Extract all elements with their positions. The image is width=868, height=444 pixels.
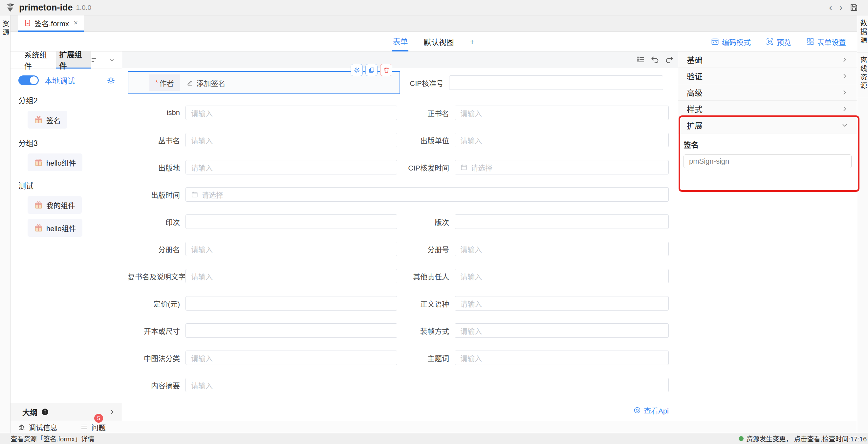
- component-groups: 分组2签名分组3hello组件测试我的组件hello组件: [10, 95, 122, 237]
- debug-settings-gear-icon[interactable]: [107, 76, 115, 84]
- local-debug-label: 本地调试: [45, 75, 75, 86]
- api-eye-icon: [633, 407, 641, 414]
- status-green-dot-icon: [739, 436, 744, 441]
- info-icon: [41, 408, 49, 415]
- code-mode-button[interactable]: 编码模式: [711, 36, 751, 47]
- status-change-notice[interactable]: 资源发生变更， 点击查看,检查时间:17:16: [739, 434, 867, 443]
- nav-back-icon[interactable]: ‹: [829, 3, 832, 12]
- tab-extension-components[interactable]: 扩展组件: [56, 52, 91, 69]
- field-delete-button[interactable]: [380, 64, 392, 76]
- component-group-label: 分组3: [19, 137, 122, 148]
- input-placeholder: 请输入: [191, 271, 213, 281]
- inspector-section-1[interactable]: 验证: [678, 68, 857, 84]
- input-placeholder: 请输入: [460, 298, 482, 309]
- outline-tree-icon[interactable]: [637, 56, 645, 64]
- inspector-section-0[interactable]: 基础: [678, 52, 857, 68]
- debug-info-button[interactable]: 调试信息: [18, 422, 57, 432]
- form-settings-button[interactable]: 表单设置: [806, 36, 846, 47]
- save-icon[interactable]: [849, 3, 858, 12]
- text-input[interactable]: 请输入: [185, 160, 397, 174]
- undo-icon[interactable]: [650, 55, 659, 64]
- field-label: 定价(元): [128, 298, 185, 309]
- collapse-panel-icon[interactable]: [108, 57, 115, 63]
- view-api-link[interactable]: 查看Api: [128, 405, 669, 415]
- text-input[interactable]: 请输入: [185, 350, 397, 365]
- form-rows: isbn请输入正书名请输入丛书名请输入出版单位请输入出版地请输入CIP核发时间请…: [128, 106, 678, 392]
- file-tab-close-icon[interactable]: ×: [73, 19, 78, 27]
- local-debug-toggle[interactable]: [19, 75, 39, 85]
- right-edge-strip: 数据源 离线资源: [857, 15, 868, 433]
- inspector-sections: 基础验证高级样式扩展: [678, 52, 857, 133]
- component-list-icon[interactable]: [91, 57, 97, 63]
- add-view-button[interactable]: +: [469, 32, 475, 52]
- issues-label: 问题: [91, 422, 106, 432]
- date-input[interactable]: 请选择: [185, 187, 669, 202]
- trash-icon: [383, 67, 390, 73]
- component-chip[interactable]: hello组件: [28, 219, 83, 237]
- text-input[interactable]: 请输入: [185, 269, 397, 283]
- preview-button[interactable]: 预览: [766, 36, 791, 47]
- field-label: CIP核准号: [400, 77, 449, 88]
- text-input[interactable]: [449, 75, 663, 90]
- inspector-section-3[interactable]: 样式: [678, 101, 857, 117]
- inspector-section-2[interactable]: 高级: [678, 84, 857, 101]
- resources-vertical-tab[interactable]: 资源: [0, 20, 10, 37]
- form-canvas: * 作者 添加签名 CIP核准号: [122, 52, 678, 421]
- text-input[interactable]: 请输入: [185, 378, 669, 392]
- signature-widget[interactable]: 添加签名: [186, 77, 225, 88]
- file-tab[interactable]: 签名.formx ×: [18, 15, 84, 32]
- text-input[interactable]: 请输入: [455, 133, 669, 147]
- sidebar-tabs: 系统组件 扩展组件: [10, 52, 122, 69]
- field-label: 中图法分类: [128, 352, 185, 363]
- input-placeholder: 请输入: [460, 244, 482, 254]
- field-copy-button[interactable]: [365, 64, 377, 76]
- status-resource-link[interactable]: 查看资源「签名.formx」详情: [10, 434, 95, 443]
- gear-icon: [353, 67, 360, 73]
- pen-icon: [186, 79, 193, 86]
- form-row: 丛书名请输入出版单位请输入: [128, 133, 678, 147]
- text-input[interactable]: 请输入: [455, 269, 669, 283]
- outline-expand-icon[interactable]: [108, 409, 115, 415]
- text-input[interactable]: 请输入: [455, 350, 669, 365]
- component-chip[interactable]: hello组件: [28, 153, 83, 171]
- text-input[interactable]: [185, 323, 397, 338]
- field-settings-button[interactable]: [351, 64, 363, 76]
- text-input[interactable]: 请输入: [185, 133, 397, 147]
- chevron-down-icon: [841, 122, 848, 129]
- datasource-vertical-tab[interactable]: 数据源: [857, 19, 868, 53]
- issues-button[interactable]: 问题 5: [81, 422, 106, 432]
- signature-property-value: pmSign-sign: [689, 157, 729, 166]
- author-label-text: 作者: [160, 77, 174, 88]
- text-input[interactable]: [185, 296, 397, 311]
- text-input[interactable]: 请输入: [455, 323, 669, 338]
- selected-author-field[interactable]: * 作者 添加签名: [128, 71, 400, 94]
- chevron-right-icon: [841, 72, 848, 80]
- redo-icon[interactable]: [665, 55, 674, 64]
- inspector-section-label: 高级: [687, 87, 703, 98]
- offline-resources-vertical-tab[interactable]: 离线资源: [857, 57, 868, 98]
- app-logo-icon: [5, 3, 15, 12]
- tab-form[interactable]: 表单: [392, 32, 408, 52]
- field-label: 其他责任人: [397, 271, 455, 281]
- status-bar: 查看资源「签名.formx」详情 资源发生变更， 点击查看,检查时间:17:16: [0, 433, 868, 444]
- text-input[interactable]: 请输入: [455, 106, 669, 120]
- outline-row[interactable]: 大纲: [10, 403, 122, 421]
- component-chip[interactable]: 签名: [28, 111, 67, 129]
- text-input[interactable]: [185, 214, 397, 229]
- form-row: * 作者 添加签名 CIP核准号: [128, 71, 678, 94]
- bottom-panel-bar: 调试信息 问题 5: [10, 421, 857, 433]
- text-input[interactable]: 请输入: [185, 242, 397, 256]
- text-input[interactable]: [455, 214, 669, 229]
- tab-default-view[interactable]: 默认视图: [423, 32, 454, 52]
- component-chip[interactable]: 我的组件: [28, 196, 82, 214]
- signature-property-input[interactable]: pmSign-sign: [683, 155, 851, 168]
- tab-system-components[interactable]: 系统组件: [21, 52, 56, 69]
- input-placeholder: 请输入: [191, 244, 213, 254]
- date-input[interactable]: 请选择: [455, 160, 669, 174]
- text-input[interactable]: 请输入: [455, 296, 669, 311]
- nav-forward-icon[interactable]: ›: [839, 3, 842, 12]
- text-input[interactable]: 请输入: [185, 106, 397, 120]
- local-debug-row: 本地调试: [19, 75, 115, 86]
- inspector-section-extension[interactable]: 扩展: [678, 117, 857, 133]
- text-input[interactable]: 请输入: [455, 242, 669, 256]
